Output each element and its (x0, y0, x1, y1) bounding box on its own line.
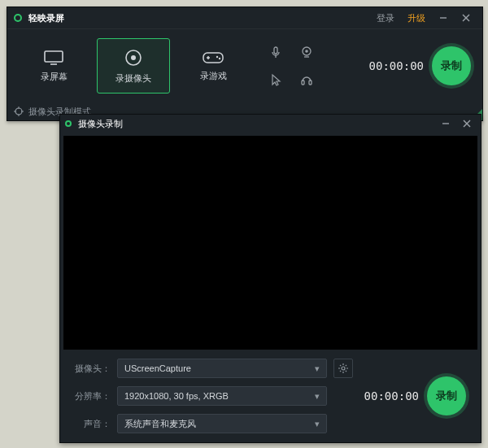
login-link[interactable]: 登录 (372, 12, 399, 24)
svg-point-10 (219, 57, 220, 59)
resolution-label: 分辨率： (72, 390, 111, 402)
resolution-select[interactable]: 1920x1080, 30 fps, XRGB ▾ (117, 386, 327, 406)
cursor-tool[interactable] (264, 68, 287, 91)
sub-timer: 00:00:00 (364, 389, 419, 402)
mode-record-screen-label: 录屏幕 (41, 71, 68, 83)
chevron-down-icon: ▾ (315, 419, 320, 429)
mode-record-screen[interactable]: 录屏幕 (17, 38, 90, 94)
sub-controls: 摄像头： UScreenCapture ▾ 分辨率： 1920x1080, 30… (60, 350, 481, 442)
cursor-icon (269, 73, 282, 86)
quick-tools-grid (264, 41, 318, 91)
audio-select-value: 系统声音和麦克风 (124, 418, 196, 430)
main-timer: 00:00:00 (369, 59, 424, 72)
headphone-tool[interactable] (295, 68, 318, 91)
app-logo-icon (14, 14, 22, 22)
camera-select-value: UScreenCapture (124, 363, 191, 373)
mode-record-game[interactable]: 录游戏 (176, 38, 250, 94)
svg-point-18 (15, 108, 22, 115)
svg-line-31 (340, 365, 341, 366)
svg-point-6 (131, 55, 136, 60)
svg-point-9 (216, 55, 218, 57)
sub-minimize-button[interactable] (437, 115, 455, 133)
main-timer-area: 00:00:00 录制 (369, 46, 476, 85)
sub-record-area: 00:00:00 录制 (364, 358, 469, 434)
main-record-button[interactable]: 录制 (432, 46, 471, 85)
main-window: 轻映录屏 登录 升级 录屏幕 录摄像头 (7, 7, 483, 121)
camera-settings-button[interactable] (333, 359, 353, 378)
close-button[interactable] (456, 8, 476, 28)
chevron-down-icon: ▾ (315, 363, 320, 374)
sub-record-button[interactable]: 录制 (427, 376, 466, 415)
minimize-icon (442, 120, 450, 128)
main-record-button-label: 录制 (441, 59, 462, 73)
minimize-button[interactable] (434, 8, 453, 28)
mode-record-camera-label: 录摄像头 (115, 72, 151, 85)
svg-line-34 (340, 371, 341, 372)
minimize-icon (439, 14, 447, 22)
settings-fields: 摄像头： UScreenCapture ▾ 分辨率： 1920x1080, 30… (72, 358, 353, 434)
chevron-down-icon: ▾ (315, 391, 320, 402)
resolution-select-value: 1920x1080, 30 fps, XRGB (124, 391, 229, 401)
svg-rect-11 (274, 47, 277, 54)
webcam-icon (300, 46, 313, 59)
camera-preview (63, 136, 477, 350)
target-icon (14, 107, 24, 116)
app-title: 轻映录屏 (28, 12, 64, 24)
svg-line-32 (345, 371, 346, 372)
gear-icon (338, 363, 348, 373)
mode-record-camera[interactable]: 录摄像头 (97, 38, 170, 94)
mic-tool[interactable] (264, 41, 287, 63)
sub-close-button[interactable] (458, 115, 476, 133)
sub-title: 摄像头录制 (78, 118, 123, 130)
webcam-tool[interactable] (295, 41, 318, 63)
mode-toolbar: 录屏幕 录摄像头 录游戏 (7, 29, 482, 102)
audio-label: 声音： (72, 418, 111, 430)
gamepad-icon (202, 50, 224, 65)
camera-label: 摄像头： (72, 363, 111, 375)
headphone-icon (300, 73, 313, 86)
svg-rect-3 (45, 51, 63, 62)
svg-point-26 (342, 367, 345, 370)
audio-select[interactable]: 系统声音和麦克风 ▾ (117, 414, 327, 433)
mode-record-game-label: 录游戏 (200, 70, 227, 82)
svg-line-33 (345, 365, 346, 366)
monitor-icon (43, 50, 64, 66)
sub-record-button-label: 录制 (436, 389, 457, 403)
close-icon (462, 14, 470, 22)
microphone-icon (269, 46, 282, 59)
svg-point-14 (305, 50, 308, 53)
camera-record-window: 摄像头录制 摄像头： UScreenCapture ▾ 分辨率： 1920x10… (59, 114, 481, 443)
close-icon (463, 120, 471, 128)
main-titlebar: 轻映录屏 登录 升级 (7, 7, 482, 29)
sub-logo-icon (65, 120, 72, 127)
camera-select[interactable]: UScreenCapture ▾ (117, 359, 327, 378)
upgrade-link[interactable]: 升级 (403, 12, 430, 24)
camera-lens-icon (124, 48, 143, 67)
sub-titlebar: 摄像头录制 (60, 115, 481, 133)
